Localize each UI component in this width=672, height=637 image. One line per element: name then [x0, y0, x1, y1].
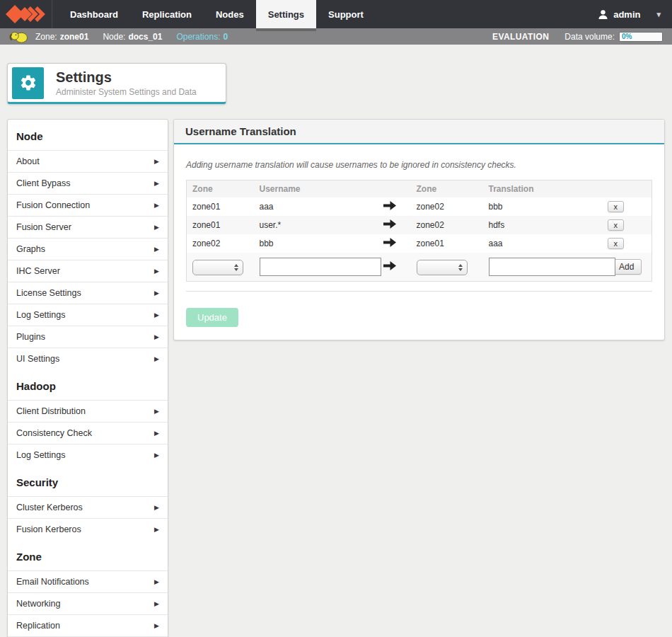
chevron-right-icon: ▶: [154, 224, 159, 231]
select-stepper-icon: [458, 264, 463, 271]
sidebar-item-consistency-check[interactable]: Consistency Check ▶: [8, 422, 168, 444]
dst-zone-select[interactable]: [417, 260, 468, 275]
dst-zone-cell: zone02: [411, 197, 483, 216]
sidebar-item-cluster-kerberos[interactable]: Cluster Kerberos ▶: [8, 496, 168, 518]
update-button[interactable]: Update: [186, 308, 238, 327]
sidebar-item-fusion-connection[interactable]: Fusion Connection ▶: [8, 194, 168, 216]
select-stepper-icon: [234, 264, 238, 271]
sidebar-item-client-bypass[interactable]: Client Bypass ▶: [8, 172, 168, 194]
tab-dashboard[interactable]: Dashboard: [58, 0, 130, 28]
table-row: zone01 aaa zone02 bbb x: [187, 197, 652, 216]
hadoop-elephant-icon: [9, 30, 29, 44]
sidebar-item-label: License Settings: [16, 288, 81, 298]
sidebar-item-license-settings[interactable]: License Settings ▶: [8, 282, 168, 304]
chevron-right-icon: ▶: [154, 452, 159, 459]
sidebar-section: Hadoop Client Distribution ▶ Consistency…: [8, 369, 168, 466]
sidebar-item-ihc-server[interactable]: IHC Server ▶: [8, 260, 168, 282]
sidebar-item-graphs[interactable]: Graphs ▶: [8, 238, 168, 260]
chevron-right-icon: ▶: [154, 578, 159, 585]
sidebar-item-label: Client Bypass: [16, 178, 70, 188]
chevron-right-icon: ▶: [154, 430, 159, 437]
evaluation-badge: EVALUATION: [492, 32, 549, 42]
translation-table: Zone Username Zone Translation zone01 aa…: [186, 180, 652, 282]
wandisco-logo[interactable]: [0, 0, 52, 28]
delete-row-button[interactable]: x: [608, 219, 625, 231]
sidebar-section: Zone Email Notifications ▶ Networking ▶ …: [8, 540, 168, 637]
right-arrow-icon: [383, 219, 396, 229]
dst-zone-cell: zone02: [411, 216, 483, 234]
translation-cell: aaa: [483, 234, 602, 253]
chevron-right-icon: ▶: [154, 289, 159, 297]
username-translation-panel: Username Translation Adding username tra…: [173, 119, 665, 340]
sidebar-section: Node About ▶ Client Bypass ▶ Fusion Conn…: [8, 120, 168, 369]
data-volume-indicator: Data volume: 0%: [564, 32, 663, 42]
add-button[interactable]: Add: [611, 259, 642, 275]
page-title: Settings: [56, 69, 197, 86]
src-zone-cell: zone02: [187, 234, 254, 253]
sidebar-item-label: Email Notifications: [16, 577, 89, 587]
sidebar-item-label: Fusion Connection: [16, 200, 90, 210]
sidebar-item-label: Graphs: [16, 244, 45, 254]
right-arrow-icon: [383, 201, 396, 210]
col-header-username: Username: [254, 180, 369, 198]
chevron-right-icon: ▶: [154, 600, 159, 607]
delete-row-button[interactable]: x: [608, 238, 625, 249]
tab-settings[interactable]: Settings: [256, 0, 316, 28]
sidebar-item-ui-settings[interactable]: UI Settings ▶: [8, 348, 168, 369]
sidebar-item-label: Consistency Check: [16, 428, 92, 438]
page-header-card: Settings Administer System Settings and …: [7, 63, 226, 104]
sidebar-item-about[interactable]: About ▶: [8, 150, 168, 172]
tab-nodes[interactable]: Nodes: [204, 0, 256, 28]
translation-note: Adding username translation will cause u…: [186, 160, 652, 170]
sidebar-item-plugins[interactable]: Plugins ▶: [8, 326, 168, 348]
sidebar: Node About ▶ Client Bypass ▶ Fusion Conn…: [7, 119, 168, 637]
chevron-right-icon: ▶: [154, 268, 159, 275]
operations-link[interactable]: Operations:0: [176, 32, 228, 42]
sidebar-item-networking[interactable]: Networking ▶: [8, 592, 168, 614]
translation-input[interactable]: [489, 258, 615, 276]
sidebar-section-title: Hadoop: [8, 369, 168, 400]
tab-support[interactable]: Support: [316, 0, 376, 28]
user-icon: [598, 9, 608, 20]
nav-tabs: DashboardReplicationNodesSettingsSupport: [58, 0, 376, 28]
chevron-right-icon: ▶: [154, 526, 159, 533]
user-name: admin: [613, 9, 640, 20]
chevron-right-icon: ▶: [154, 408, 159, 415]
sidebar-item-label: Plugins: [16, 332, 45, 342]
col-header-arrow: [369, 180, 411, 198]
right-arrow-icon: [383, 261, 396, 270]
chevron-down-icon[interactable]: ▾: [656, 10, 661, 19]
sidebar-item-log-settings[interactable]: Log Settings ▶: [8, 444, 168, 466]
sidebar-section: Security Cluster Kerberos ▶ Fusion Kerbe…: [8, 466, 168, 540]
username-input[interactable]: [260, 258, 381, 276]
col-header-actions: [602, 180, 652, 198]
delete-row-button[interactable]: x: [608, 201, 625, 212]
chevron-right-icon: ▶: [154, 202, 159, 209]
tab-replication[interactable]: Replication: [130, 0, 204, 28]
col-header-dst-zone: Zone: [411, 180, 483, 198]
page-subtitle: Administer System Settings and Data: [56, 87, 197, 97]
brand-diamonds-icon: [6, 5, 47, 23]
translation-cell: hdfs: [483, 216, 602, 234]
sidebar-item-label: Networking: [16, 599, 61, 609]
sidebar-item-replication[interactable]: Replication ▶: [8, 614, 168, 636]
sidebar-item-fusion-server[interactable]: Fusion Server ▶: [8, 216, 168, 238]
sidebar-item-label: Client Distribution: [16, 406, 86, 416]
src-zone-cell: zone01: [187, 216, 254, 234]
username-cell: bbb: [254, 234, 369, 253]
sidebar-item-log-settings[interactable]: Log Settings ▶: [8, 304, 168, 326]
src-zone-select[interactable]: [192, 260, 243, 275]
translation-table-body: zone01 aaa zone02 bbb x zone01 user.* zo…: [187, 197, 652, 253]
sidebar-item-fusion-kerberos[interactable]: Fusion Kerberos ▶: [8, 518, 168, 540]
right-arrow-icon: [383, 238, 396, 247]
sidebar-item-email-notifications[interactable]: Email Notifications ▶: [8, 570, 168, 592]
chevron-right-icon: ▶: [154, 311, 159, 318]
sidebar-item-label: Fusion Server: [16, 222, 71, 232]
username-cell: user.*: [254, 216, 369, 234]
sidebar-item-client-distribution[interactable]: Client Distribution ▶: [8, 400, 168, 422]
user-menu[interactable]: admin ▾: [598, 0, 672, 28]
table-row: zone02 bbb zone01 aaa x: [187, 234, 652, 253]
panel-title: Username Translation: [174, 120, 664, 144]
chevron-right-icon: ▶: [154, 246, 159, 253]
top-navigation: DashboardReplicationNodesSettingsSupport…: [0, 0, 672, 28]
